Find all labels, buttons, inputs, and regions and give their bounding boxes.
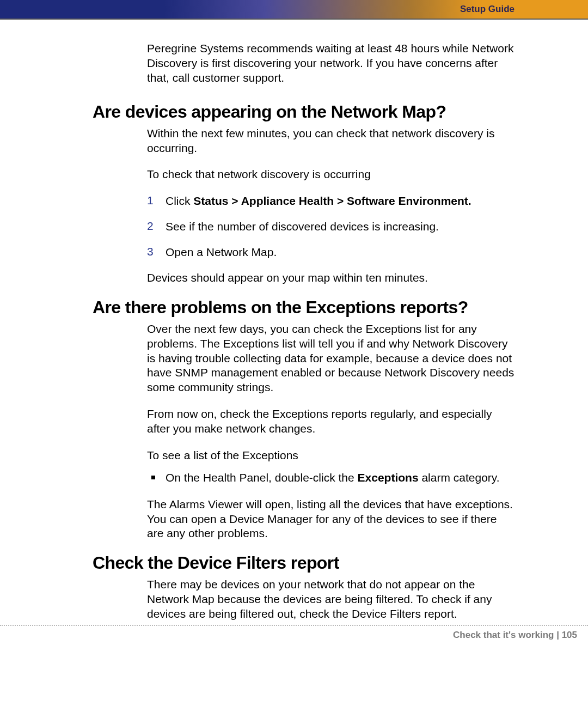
- header-bar: Setup Guide: [0, 0, 588, 19]
- body-paragraph: Within the next few minutes, you can che…: [147, 126, 514, 156]
- page-footer: Check that it's working | 105: [1, 630, 577, 641]
- body-paragraph: To see a list of the Exceptions: [147, 448, 514, 463]
- footer-chapter: Check that it's working: [453, 630, 554, 640]
- step-text: See if the number of discovered devices …: [166, 220, 439, 234]
- step-text: Open a Network Map.: [166, 245, 277, 260]
- step-text: Click Status > Appliance Health > Softwa…: [166, 194, 471, 209]
- intro-paragraph: Peregrine Systems recommends waiting at …: [147, 41, 514, 86]
- step-row: 2 See if the number of discovered device…: [147, 220, 514, 234]
- body-paragraph: Devices should appear on your map within…: [147, 271, 514, 285]
- body-paragraph: There may be devices on your network tha…: [147, 577, 514, 622]
- step-number: 3: [147, 245, 166, 260]
- body-paragraph: To check that network discovery is occur…: [147, 167, 514, 182]
- bullet-text: On the Health Panel, double-click the Ex…: [166, 471, 500, 485]
- body-paragraph: Over the next few days, you can check th…: [147, 322, 514, 395]
- step-row: 1 Click Status > Appliance Health > Soft…: [147, 194, 514, 209]
- section-heading-device-filters: Check the Device Filters report: [93, 553, 514, 573]
- step-row: 3 Open a Network Map.: [147, 245, 514, 260]
- footer-rule: [0, 625, 588, 626]
- page-content: Peregrine Systems recommends waiting at …: [0, 20, 588, 622]
- square-bullet-icon: [147, 471, 166, 485]
- body-paragraph: From now on, check the Exceptions report…: [147, 407, 514, 436]
- section-heading-exceptions: Are there problems on the Exceptions rep…: [93, 297, 514, 318]
- section-heading-network-map: Are devices appearing on the Network Map…: [93, 102, 514, 122]
- page-number: 105: [562, 630, 577, 640]
- step-number: 2: [147, 220, 166, 234]
- bullet-row: On the Health Panel, double-click the Ex…: [147, 471, 514, 485]
- header-label: Setup Guide: [460, 4, 514, 15]
- body-paragraph: The Alarms Viewer will open, listing all…: [147, 497, 514, 541]
- step-number: 1: [147, 194, 166, 209]
